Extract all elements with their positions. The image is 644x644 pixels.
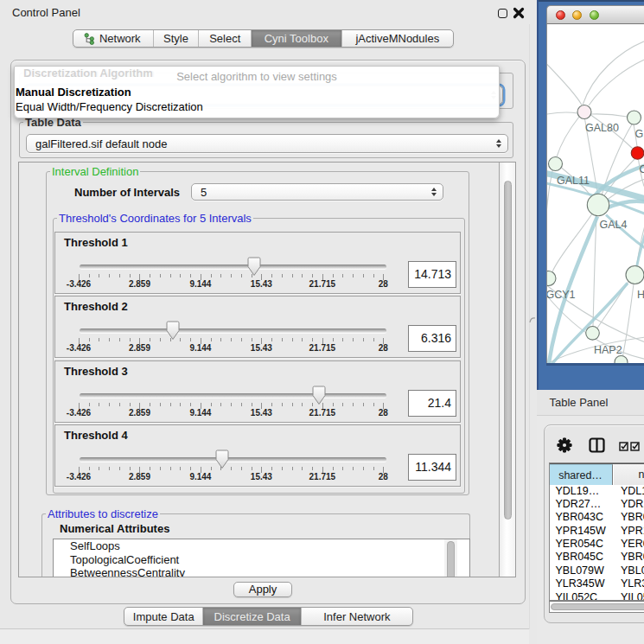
threshold-value-field[interactable]: 14.713 xyxy=(408,261,456,288)
network-node-HAP2[interactable] xyxy=(585,326,599,340)
network-node-H[interactable] xyxy=(626,265,644,284)
slider-minor-tick xyxy=(130,403,131,406)
slider-thumb[interactable] xyxy=(215,450,229,469)
network-edge[interactable] xyxy=(583,39,644,105)
slider-minor-tick xyxy=(231,338,232,341)
slider-minor-tick xyxy=(211,467,212,470)
slider-thumb[interactable] xyxy=(312,386,326,405)
slider-minor-tick xyxy=(302,467,303,470)
apply-button[interactable]: Apply xyxy=(233,582,292,597)
slider-track[interactable] xyxy=(80,457,386,462)
tab-style[interactable]: Style xyxy=(154,30,200,47)
slider-minor-tick xyxy=(252,403,252,406)
table-horizontal-scrollbar-thumb[interactable] xyxy=(551,603,644,611)
slider-track[interactable] xyxy=(80,328,386,333)
slider-track[interactable] xyxy=(80,265,386,269)
network-node-GAL80[interactable] xyxy=(577,105,591,118)
node-table[interactable]: shared… name YDL19…YDL19YDR27…YDR27YBR04… xyxy=(549,462,644,601)
split-table-icon[interactable] xyxy=(589,437,605,453)
table-row[interactable]: YBR043CYBR043C xyxy=(550,511,644,524)
slider-minor-tick xyxy=(353,274,354,277)
checkbox-icon[interactable] xyxy=(630,441,641,451)
table-row[interactable]: YER054CYER054C xyxy=(550,538,644,551)
slider-minor-tick xyxy=(180,403,181,406)
slider-tick-label: 21.715 xyxy=(303,408,342,418)
network-node-GCY1[interactable] xyxy=(547,271,556,285)
cell-name: YIL052C xyxy=(621,591,644,601)
column-header-shared-name[interactable]: shared… xyxy=(550,464,613,485)
network-node-label: G. xyxy=(634,127,644,139)
attribute-list-item[interactable]: SelfLoops xyxy=(54,539,469,553)
network-window-titlebar[interactable] xyxy=(546,5,644,24)
slider-minor-tick xyxy=(211,274,212,277)
network-node-GAL4[interactable] xyxy=(587,194,609,215)
network-node-label: H xyxy=(637,288,644,300)
slider-minor-tick xyxy=(333,338,334,341)
threshold-value-field[interactable]: 6.316 xyxy=(408,325,456,352)
network-edge[interactable] xyxy=(593,216,596,327)
tab-jactivemnodules[interactable]: jActiveMNodules xyxy=(342,30,453,47)
threshold-value-field[interactable]: 21.4 xyxy=(408,390,456,417)
table-row[interactable]: YIL052CYIL052C xyxy=(550,591,644,601)
slider-minor-tick xyxy=(150,403,150,406)
network-edge[interactable] xyxy=(557,117,579,157)
slider-minor-tick xyxy=(282,274,283,277)
tab-network[interactable]: Network xyxy=(73,30,154,47)
network-edge[interactable] xyxy=(589,57,644,105)
minimize-traffic-light[interactable] xyxy=(572,10,582,20)
slider-minor-tick xyxy=(231,403,232,406)
slider-track[interactable] xyxy=(80,393,386,398)
zoom-traffic-light[interactable] xyxy=(590,10,599,20)
slider-thumb[interactable] xyxy=(247,257,261,277)
close-traffic-light[interactable] xyxy=(556,10,565,20)
table-row[interactable]: YBL079WYBL079W xyxy=(550,564,644,577)
network-node-clipped[interactable] xyxy=(615,355,628,363)
tab-select[interactable]: Select xyxy=(199,30,252,47)
slider-minor-tick xyxy=(89,274,90,277)
float-window-icon[interactable] xyxy=(498,9,507,18)
network-edge[interactable] xyxy=(591,113,628,116)
tab-discretize-data[interactable]: Discretize Data xyxy=(203,608,301,625)
vertical-scrollbar[interactable] xyxy=(499,163,515,577)
tab-infer-network[interactable]: Infer Network xyxy=(302,608,412,625)
checkbox-icon[interactable] xyxy=(619,441,629,451)
attributes-scrollbar-thumb[interactable] xyxy=(447,541,455,578)
table-row[interactable]: YDR27…YDR27 xyxy=(550,498,644,511)
close-icon[interactable] xyxy=(513,7,525,19)
vertical-scrollbar-thumb[interactable] xyxy=(504,181,512,520)
gear-icon[interactable] xyxy=(557,437,572,453)
slider-minor-tick xyxy=(119,338,120,341)
table-row[interactable]: YLR345WYLR345W xyxy=(550,577,644,590)
attribute-list-item[interactable]: TopologicalCoefficient xyxy=(54,553,469,567)
table-data-combobox[interactable]: galFiltered.sif default node xyxy=(26,134,508,153)
popup-prompt-item[interactable]: Select algorithm to view settings xyxy=(15,70,499,83)
tab-impute-data-label: Impute Data xyxy=(133,610,194,623)
popup-option-manual-discretization[interactable]: Manual Discretization xyxy=(16,86,131,99)
popup-option-equal-width[interactable]: Equal Width/Frequency Discretization xyxy=(16,100,203,113)
slider-minor-tick xyxy=(373,403,374,406)
network-edge[interactable] xyxy=(547,54,582,105)
splitter-handle-icon[interactable] xyxy=(529,316,537,324)
column-header-name[interactable]: name xyxy=(614,464,644,485)
network-node-GAL11[interactable] xyxy=(548,156,562,170)
slider-minor-tick xyxy=(180,338,181,341)
network-node-GA[interactable] xyxy=(627,111,641,124)
cell-name: YLR345W xyxy=(621,577,644,590)
threshold-value-field[interactable]: 11.344 xyxy=(408,454,456,481)
attribute-list-item[interactable]: BetweennessCentrality xyxy=(54,566,469,577)
cell-name: YDL19 xyxy=(621,485,644,498)
network-edge[interactable] xyxy=(622,284,634,355)
table-row[interactable]: YDL19…YDL19 xyxy=(550,485,644,498)
numerical-attributes-list[interactable]: SelfLoopsTopologicalCoefficientBetweenne… xyxy=(53,539,470,577)
table-row[interactable]: YPR145WYPR145W xyxy=(550,525,644,538)
slider-thumb[interactable] xyxy=(166,321,180,341)
tab-cyni-toolbox[interactable]: Cyni Toolbox xyxy=(252,30,342,47)
table-row[interactable]: YBR045CYBR045C xyxy=(550,551,644,564)
network-view-canvas[interactable]: GAL80G.CGAL11GAL4GCY1HHAP2 xyxy=(547,24,644,363)
network-edge[interactable] xyxy=(547,112,577,116)
network-node-C[interactable] xyxy=(631,146,644,159)
slider-minor-tick xyxy=(160,274,161,277)
table-horizontal-scrollbar[interactable] xyxy=(549,601,644,614)
slider-minor-tick xyxy=(89,338,90,341)
tab-impute-data[interactable]: Impute Data xyxy=(124,608,203,625)
